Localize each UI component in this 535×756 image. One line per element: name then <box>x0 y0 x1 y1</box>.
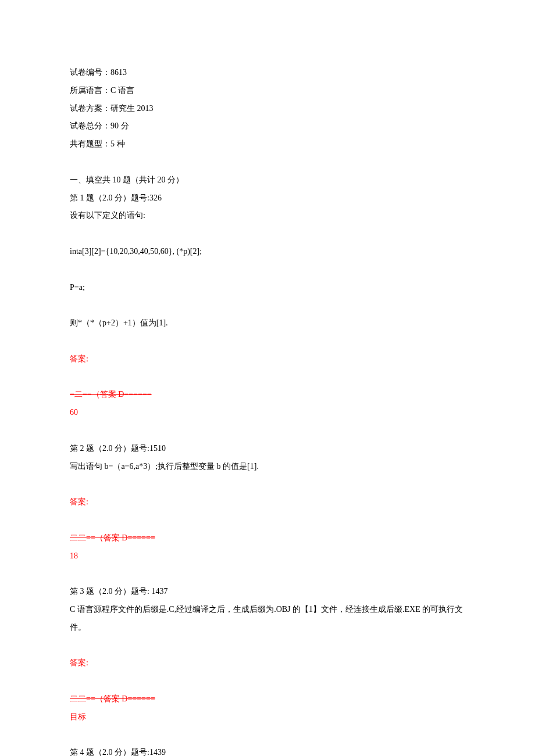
spacer <box>70 637 465 655</box>
q3-answer-value: 目标 <box>70 708 465 726</box>
plan-label: 试卷方案： <box>70 104 110 113</box>
q2-answer-value: 18 <box>70 547 465 565</box>
language-line: 所属语言：C 语言 <box>70 82 465 100</box>
question-4: 第 4 题（2.0 分）题号:1439 <box>70 744 465 756</box>
paper-id-label: 试卷编号： <box>70 68 110 77</box>
q2-line1: 写出语句 b=（a=6,a*3）;执行后整型变量 b 的值是[1]. <box>70 458 465 476</box>
plan-value: 研究生 2013 <box>110 104 154 113</box>
q3-answer-marker: 二二==（答案 D====== <box>70 690 465 708</box>
q1-line1: 设有以下定义的语句: <box>70 207 465 225</box>
spacer <box>70 368 465 386</box>
spacer <box>70 332 465 350</box>
q4-header: 第 4 题（2.0 分）题号:1439 <box>70 744 465 756</box>
q2-answer-label: 答案: <box>70 493 465 511</box>
total-score-label: 试卷总分： <box>70 121 110 130</box>
q1-answer-value: 60 <box>70 404 465 422</box>
spacer <box>70 296 465 314</box>
spacer <box>70 422 465 440</box>
qtype-count-line: 共有题型：5 种 <box>70 135 465 153</box>
total-score-line: 试卷总分：90 分 <box>70 117 465 135</box>
total-score-value: 90 分 <box>110 121 129 130</box>
language-value: C 语言 <box>110 86 134 95</box>
question-3: 第 3 题（2.0 分）题号: 1437 C 语言源程序文件的后缀是.C,经过编… <box>70 583 465 726</box>
q1-line3: P=a; <box>70 279 465 297</box>
qtype-count-label: 共有题型： <box>70 139 110 148</box>
spacer <box>70 225 465 243</box>
paper-id-value: 8613 <box>110 68 127 77</box>
q3-line1: C 语言源程序文件的后缀是.C,经过编译之后，生成后缀为.OBJ 的【1】文件，… <box>70 601 465 637</box>
q2-header: 第 2 题（2.0 分）题号:1510 <box>70 440 465 458</box>
section-title: 一、填空共 10 题（共计 20 分） <box>70 171 465 189</box>
q3-header: 第 3 题（2.0 分）题号: 1437 <box>70 583 465 601</box>
spacer <box>70 726 465 744</box>
spacer <box>70 261 465 279</box>
spacer <box>70 565 465 583</box>
q1-line4: 则*（*（p+2）+1）值为[1]. <box>70 314 465 332</box>
q3-answer-label: 答案: <box>70 654 465 672</box>
spacer <box>70 511 465 529</box>
q1-line2: inta[3][2]={10,20,30,40,50,60}, (*p)[2]; <box>70 243 465 261</box>
spacer <box>70 475 465 493</box>
question-2: 第 2 题（2.0 分）题号:1510 写出语句 b=（a=6,a*3）;执行后… <box>70 440 465 565</box>
spacer <box>70 153 465 171</box>
language-label: 所属语言： <box>70 86 110 95</box>
plan-line: 试卷方案：研究生 2013 <box>70 100 465 118</box>
q1-header: 第 1 题（2.0 分）题号:326 <box>70 189 465 207</box>
paper-id-line: 试卷编号：8613 <box>70 64 465 82</box>
spacer <box>70 672 465 690</box>
q2-answer-marker: 二二==（答案 D====== <box>70 529 465 547</box>
question-1: 第 1 题（2.0 分）题号:326 设有以下定义的语句: inta[3][2]… <box>70 189 465 422</box>
qtype-count-value: 5 种 <box>110 139 125 148</box>
document-header: 试卷编号：8613 所属语言：C 语言 试卷方案：研究生 2013 试卷总分：9… <box>70 64 465 153</box>
q1-answer-marker: =二==（答案 D====== <box>70 386 465 404</box>
q1-answer-label: 答案: <box>70 350 465 368</box>
